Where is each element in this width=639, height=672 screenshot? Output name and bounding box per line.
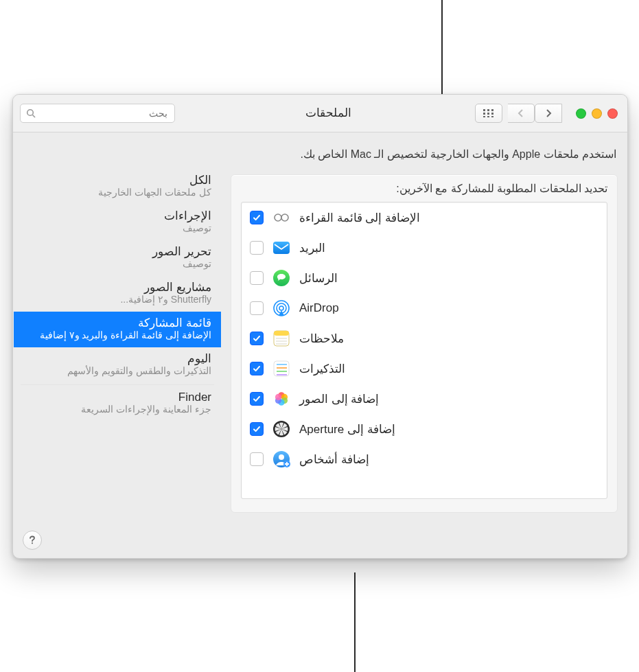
sidebar-item-4[interactable]: قائمة المشاركةالإضافة إلى قائمة القراءة …: [14, 312, 221, 347]
nav-buttons: [508, 104, 562, 123]
sidebar-item-2[interactable]: تحرير الصورتوصيف: [14, 240, 221, 276]
checkmark-icon: [253, 244, 261, 252]
svg-rect-19: [274, 331, 289, 336]
photos-icon: [272, 389, 291, 408]
chevron-right-icon: [545, 109, 552, 117]
chevron-left-icon: [518, 109, 524, 117]
airdrop-icon: [272, 299, 291, 318]
extension-checkbox[interactable]: [250, 392, 264, 406]
svg-rect-0: [483, 109, 485, 111]
list-item: إضافة إلى الصور: [242, 384, 607, 414]
checkmark-icon: [253, 213, 261, 222]
extension-label: الرسائل: [299, 271, 338, 286]
list-item: إضافة إلى Aperture: [242, 414, 607, 444]
search-field[interactable]: [20, 104, 175, 123]
list-item: AirDrop: [242, 293, 607, 323]
extension-checkbox[interactable]: [250, 452, 264, 466]
extension-label: إضافة أشخاص: [299, 452, 369, 467]
checkmark-icon: [253, 425, 261, 433]
svg-rect-7: [487, 116, 489, 117]
sidebar-item-5[interactable]: اليومالتذكيرات والطقس والتقويم والأسهم: [14, 347, 221, 383]
extension-checkbox[interactable]: [250, 301, 264, 315]
svg-point-12: [281, 214, 288, 221]
checkmark-icon: [253, 364, 261, 373]
svg-point-11: [275, 214, 281, 221]
nav-back-button[interactable]: [535, 104, 562, 123]
extension-label: إضافة إلى Aperture: [299, 422, 395, 437]
list-item: إضافة أشخاص: [242, 444, 607, 474]
titlebar: الملحقات: [13, 95, 627, 132]
checkmark-icon: [253, 334, 261, 343]
sidebar-item-subtitle: الإضافة إلى قائمة القراءة والبريد و٧ إضا…: [23, 329, 211, 340]
reminders-icon: [272, 359, 291, 378]
help-button[interactable]: [23, 531, 42, 550]
mail-icon: [272, 238, 291, 257]
extension-checkbox[interactable]: [250, 332, 264, 345]
sidebar-item-0[interactable]: الكلكل ملحقات الجهات الخارجية: [14, 169, 221, 205]
window-controls: [576, 108, 618, 119]
list-item: التذكيرات: [242, 354, 607, 384]
sidebar: الكلكل ملحقات الجهات الخارجيةالإجراءاتتو…: [13, 169, 221, 513]
extensions-list: الإضافة إلى قائمة القراءةالبريدالرسائلAi…: [241, 202, 607, 499]
list-item: البريد: [242, 233, 607, 263]
aperture-icon: [272, 419, 291, 439]
extensions-pref-window: الملحقات استخدم ملحقات Apple والجهات الخ…: [12, 94, 628, 559]
checkmark-icon: [253, 395, 261, 403]
svg-point-17: [279, 306, 283, 310]
checkmark-icon: [253, 304, 261, 312]
sidebar-item-subtitle: توصيف: [23, 258, 211, 269]
callout-line-bottom: [354, 572, 356, 672]
svg-point-36: [279, 454, 284, 460]
sidebar-item-title: Finder: [23, 391, 211, 404]
sidebar-item-title: اليوم: [23, 351, 211, 366]
grid-icon: [483, 109, 494, 117]
svg-line-10: [33, 115, 36, 118]
sidebar-item-subtitle: جزء المعاينة والإجراءات السريعة: [23, 404, 211, 415]
page-description: استخدم ملحقات Apple والجهات الخارجية لتخ…: [13, 132, 627, 169]
close-window-button[interactable]: [607, 108, 618, 119]
nav-forward-button[interactable]: [508, 104, 535, 123]
glasses-icon: [272, 208, 291, 227]
people-add-icon: [272, 450, 291, 469]
question-mark-icon: [28, 535, 36, 545]
list-item: الإضافة إلى قائمة القراءة: [242, 202, 607, 233]
extension-checkbox[interactable]: [250, 211, 264, 224]
sidebar-item-title: الإجراءات: [23, 209, 211, 223]
svg-rect-13: [273, 242, 290, 254]
sidebar-item-1[interactable]: الإجراءاتتوصيف: [14, 205, 221, 240]
sidebar-item-title: مشاريع الصور: [23, 280, 211, 294]
sidebar-item-subtitle: التذكيرات والطقس والتقويم والأسهم: [23, 365, 211, 376]
sidebar-item-3[interactable]: مشاريع الصورShutterfly و٢ إضافية...: [14, 276, 221, 312]
extension-checkbox[interactable]: [250, 271, 264, 285]
minimize-window-button[interactable]: [592, 108, 602, 119]
search-input[interactable]: [36, 107, 169, 119]
window-title: الملحقات: [182, 95, 475, 132]
svg-rect-3: [483, 113, 485, 115]
extension-label: AirDrop: [299, 301, 339, 315]
sidebar-item-title: قائمة المشاركة: [23, 316, 211, 330]
show-all-button[interactable]: [475, 104, 502, 123]
zoom-window-button[interactable]: [576, 108, 586, 119]
extension-checkbox[interactable]: [250, 241, 264, 255]
list-item: الرسائل: [242, 263, 607, 293]
svg-rect-2: [491, 109, 493, 111]
checkmark-icon: [253, 274, 261, 282]
svg-rect-5: [491, 113, 493, 115]
svg-rect-6: [483, 116, 485, 117]
extension-checkbox[interactable]: [250, 362, 264, 375]
svg-rect-4: [487, 113, 489, 115]
sidebar-separator: [21, 384, 214, 385]
content-area: تحديد الملحقات المطلوبة للمشاركة مع الآخ…: [221, 169, 627, 513]
panel-heading: تحديد الملحقات المطلوبة للمشاركة مع الآخ…: [241, 182, 607, 195]
extension-checkbox[interactable]: [250, 422, 264, 436]
share-extensions-panel: تحديد الملحقات المطلوبة للمشاركة مع الآخ…: [231, 174, 618, 513]
sidebar-item-subtitle: كل ملحقات الجهات الخارجية: [23, 187, 211, 198]
sidebar-item-subtitle: Shutterfly و٢ إضافية...: [23, 294, 211, 305]
extension-label: التذكيرات: [299, 362, 345, 376]
sidebar-item-title: تحرير الصور: [23, 244, 211, 259]
sidebar-item-6[interactable]: Finderجزء المعاينة والإجراءات السريعة: [14, 386, 221, 421]
search-icon: [26, 108, 36, 118]
sidebar-item-subtitle: توصيف: [23, 222, 211, 233]
extension-label: ملاحظات: [299, 332, 344, 346]
messages-icon: [272, 268, 291, 288]
